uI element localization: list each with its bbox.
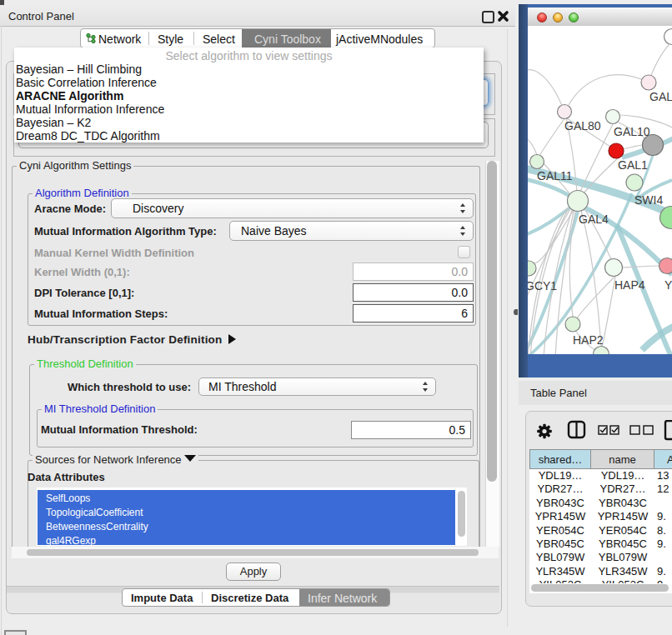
- svg-text:HAP4: HAP4: [614, 278, 645, 292]
- svg-text:GCY1: GCY1: [528, 279, 557, 292]
- svg-text:Y: Y: [664, 278, 672, 292]
- svg-text:GAL4: GAL4: [579, 212, 609, 226]
- svg-text:GAL11: GAL11: [537, 169, 573, 182]
- svg-text:GAL80: GAL80: [564, 119, 601, 132]
- svg-text:GAL1: GAL1: [618, 158, 648, 172]
- svg-text:HAP2: HAP2: [573, 333, 604, 347]
- svg-text:GAL10: GAL10: [614, 125, 650, 138]
- svg-text:SWI4: SWI4: [634, 193, 663, 207]
- svg-text:GAL2: GAL2: [649, 90, 672, 103]
